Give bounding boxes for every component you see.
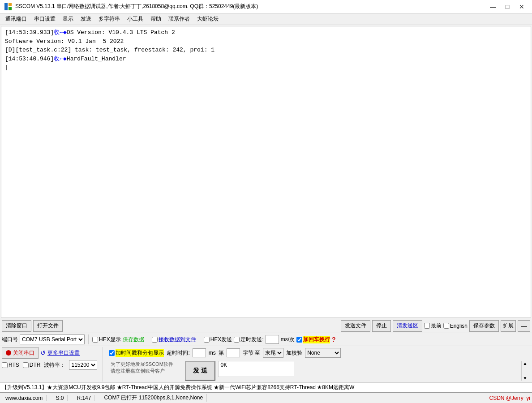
- divider1: [88, 334, 89, 344]
- divider3: [200, 334, 200, 344]
- menu-item-串口设置[interactable]: 串口设置: [30, 14, 59, 24]
- red-indicator: [6, 350, 11, 356]
- timer-send-checkbox[interactable]: [234, 337, 240, 343]
- menu-item-大虾论坛[interactable]: 大虾论坛: [193, 14, 222, 24]
- last-checkbox-label[interactable]: 最前: [424, 322, 442, 330]
- timestamp-label[interactable]: 加时间戳和分包显示: [109, 349, 164, 357]
- s-status: S:0: [52, 395, 68, 401]
- rts-checkbox[interactable]: [2, 362, 8, 368]
- last-checkbox[interactable]: [424, 323, 430, 329]
- port-row: 端口号 COM7 USB Serial PortCOM1COM2COM3 HEX…: [0, 333, 532, 346]
- ctrl-row1: 清除窗口 打开文件 发送文件 停止 清发送区 最前 English 保存参数 扩…: [0, 319, 532, 333]
- clear-window-button[interactable]: 清除窗口: [2, 320, 31, 332]
- menu-item-联系作者[interactable]: 联系作者: [165, 14, 193, 24]
- expand-button[interactable]: 扩展: [501, 320, 516, 332]
- menu-item-通讯端口[interactable]: 通讯端口: [2, 14, 30, 24]
- marquee-text: 【升级到V5.13.1】★大资源MCU开发板9.9包邮 ★RT-Thread中国…: [2, 384, 354, 391]
- baud-label: 波特率：: [44, 361, 65, 369]
- hex-send-label[interactable]: HEX发送: [204, 336, 232, 343]
- add-cr-label[interactable]: 加回车换行: [296, 336, 330, 343]
- menu-bar: 通讯端口串口设置显示发送多字符串小工具帮助联系作者大虾论坛: [0, 13, 532, 25]
- title-left: SSCOM V5.13.1 串口/网络数据调试器,作者:大虾丁丁,2618058…: [4, 2, 258, 11]
- terminal-content: [14:53:39.933]收←◆OS Version: V10.4.3 LTS…: [5, 28, 527, 72]
- port-select[interactable]: COM7 USB Serial PortCOM1COM2COM3: [20, 334, 85, 344]
- stop-button[interactable]: 停止: [372, 320, 391, 332]
- port-info-status: COM7 已打开 115200bps,8,1,None,None: [100, 394, 207, 402]
- recv-to-file-checkbox[interactable]: [152, 337, 158, 343]
- ok-input[interactable]: [218, 361, 294, 377]
- menu-item-小工具[interactable]: 小工具: [124, 14, 147, 24]
- svg-rect-1: [9, 3, 12, 6]
- english-checkbox-label[interactable]: English: [443, 323, 468, 329]
- left-config: 关闭串口 ↺ 更多串口设置 RTS DTR 波特率：: [2, 347, 101, 382]
- menu-item-多字符串[interactable]: 多字符串: [95, 14, 124, 24]
- hex-display-checkbox[interactable]: [92, 337, 98, 343]
- timer-send-label[interactable]: 定时发送:: [234, 336, 263, 343]
- timestamp-row: 加时间戳和分包显示 超时时间: 20 ms 第 1 字节 至 末尾 加校验 No…: [109, 347, 530, 359]
- right-config: 加时间戳和分包显示 超时时间: 20 ms 第 1 字节 至 末尾 加校验 No…: [105, 347, 530, 382]
- baud-select[interactable]: 9600192003840057600115200230400: [69, 360, 97, 370]
- recv-to-file-label[interactable]: 接收数据到文件: [152, 336, 196, 343]
- status-bar: www.daxia.com S:0 R:147 COM7 已打开 115200b…: [0, 392, 532, 403]
- app-title: SSCOM V5.13.1 串口/网络数据调试器,作者:大虾丁丁,2618058…: [15, 3, 258, 10]
- ok-scroll-down[interactable]: ▼: [522, 376, 528, 381]
- ms-label: ms/次: [281, 336, 295, 343]
- ok-scroll-up[interactable]: ▲: [522, 361, 528, 366]
- save-data-btn[interactable]: 保存数据: [123, 336, 144, 343]
- dtr-checkbox[interactable]: [23, 362, 29, 368]
- restore-button[interactable]: □: [501, 2, 514, 11]
- menu-item-显示[interactable]: 显示: [59, 14, 77, 24]
- checksum-label: 加校验: [286, 349, 302, 357]
- hex-send-checkbox[interactable]: [204, 337, 210, 343]
- send-file-button[interactable]: 发送文件: [341, 320, 370, 332]
- main-area: [14:53:39.933]收←◆OS Version: V10.4.3 LTS…: [0, 25, 532, 403]
- terminal[interactable]: [14:53:39.933]收←◆OS Version: V10.4.3 LTS…: [1, 26, 531, 318]
- close-port-button[interactable]: 关闭串口: [2, 347, 39, 359]
- title-bar: SSCOM V5.13.1 串口/网络数据调试器,作者:大虾丁丁,2618058…: [0, 0, 532, 13]
- clear-send-button[interactable]: 清发送区: [393, 320, 422, 332]
- marquee-bar: 【升级到V5.13.1】★大资源MCU开发板9.9包邮 ★RT-Thread中国…: [0, 382, 532, 392]
- csdn-label: CSDN @Jerry_yi: [489, 395, 530, 401]
- open-file-button[interactable]: 打开文件: [33, 320, 63, 332]
- title-controls: — □ ✕: [486, 2, 528, 11]
- minus-button[interactable]: —: [518, 320, 530, 332]
- divider4: [103, 347, 103, 382]
- menu-item-帮助[interactable]: 帮助: [147, 14, 165, 24]
- rts-label[interactable]: RTS: [2, 362, 19, 368]
- save-params-button[interactable]: 保存参数: [469, 320, 499, 332]
- send-area-full: 为了更好地发展SSCOM软件 请您注册嘉立创账号客户 发 送 ▲ ▼: [109, 360, 530, 382]
- nth-input[interactable]: 1: [227, 348, 240, 357]
- menu-item-发送[interactable]: 发送: [77, 14, 95, 24]
- send-note: 为了更好地发展SSCOM软件 请您注册嘉立创账号客户: [111, 361, 182, 381]
- timeout-label: 超时时间:: [167, 349, 189, 357]
- timestamp-checkbox[interactable]: [109, 350, 115, 356]
- refresh-icon[interactable]: ↺: [40, 349, 46, 356]
- svg-rect-2: [9, 7, 12, 10]
- minimize-button[interactable]: —: [486, 2, 500, 11]
- nth-label: 第: [219, 349, 224, 357]
- more-settings-link[interactable]: 更多串口设置: [47, 349, 80, 357]
- send-button[interactable]: 发 送: [185, 361, 215, 381]
- port-label: 端口号: [2, 336, 18, 343]
- port-ctrl-area: 关闭串口 ↺ 更多串口设置: [2, 347, 97, 359]
- timeout-input[interactable]: 20: [193, 348, 206, 357]
- to-select[interactable]: 末尾: [263, 348, 283, 358]
- svg-rect-0: [4, 3, 8, 10]
- add-cr-checkbox[interactable]: [296, 337, 302, 343]
- ms-unit: ms: [209, 350, 216, 356]
- rts-dtr-area: RTS DTR 波特率： 960019200384005760011520023…: [2, 360, 97, 370]
- english-checkbox[interactable]: [443, 323, 449, 329]
- config-rows: 关闭串口 ↺ 更多串口设置 RTS DTR 波特率：: [0, 346, 532, 382]
- app-icon: [4, 2, 13, 11]
- byte-label: 字节 至: [243, 349, 260, 357]
- dtr-label[interactable]: DTR: [23, 362, 41, 368]
- bottom-controls: 清除窗口 打开文件 发送文件 停止 清发送区 最前 English 保存参数 扩…: [0, 319, 532, 382]
- hex-display-label[interactable]: HEX显示: [92, 336, 121, 343]
- divider2: [148, 334, 148, 344]
- question-icon[interactable]: ?: [332, 336, 336, 343]
- close-button[interactable]: ✕: [515, 2, 528, 11]
- r-status: R:147: [73, 395, 95, 401]
- checksum-select[interactable]: None: [305, 348, 341, 358]
- ok-scrollbar: ▲ ▼: [521, 361, 528, 381]
- timer-value-input[interactable]: 10: [266, 335, 279, 344]
